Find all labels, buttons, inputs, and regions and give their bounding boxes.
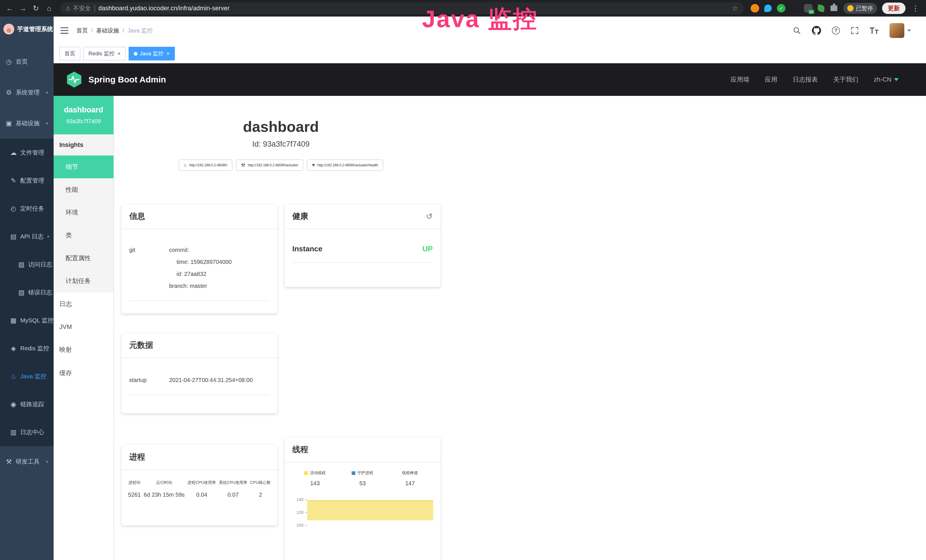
sidebar-item-label: 定时任务: [20, 204, 44, 212]
instance-id: Id: 93a3fc7f7409: [121, 140, 440, 148]
main-area: 首页 / 基础设施 / Java 监控 ?: [54, 17, 926, 560]
close-icon[interactable]: ×: [118, 50, 121, 57]
github-icon[interactable]: [812, 26, 821, 35]
sba-nav-applications[interactable]: 应用: [765, 75, 778, 84]
sba-body: dashboard 93a3fc7f7409 Insights 细节 性能 环境…: [54, 96, 926, 560]
user-menu[interactable]: [890, 23, 911, 38]
sba-sidebar-item-environment[interactable]: 环境: [54, 201, 113, 224]
close-icon[interactable]: ×: [166, 50, 169, 57]
stat-value: 0.07: [219, 492, 248, 498]
extension-icon[interactable]: [764, 5, 772, 12]
spring-boot-admin-logo-icon[interactable]: [66, 71, 82, 88]
sidebar-item-label: 文件管理: [20, 148, 44, 157]
sba-sidebar-item-mappings[interactable]: 映射: [54, 338, 113, 362]
status-badge: UP: [422, 244, 433, 253]
extension-icon[interactable]: ✓: [777, 4, 785, 12]
sba-nav-about[interactable]: 关于我们: [833, 75, 858, 84]
sba-nav-wallboard[interactable]: 应用墙: [731, 75, 749, 84]
breadcrumb-home[interactable]: 首页: [76, 27, 88, 35]
back-icon[interactable]: ←: [4, 3, 15, 14]
sidebar-item-scheduled-jobs[interactable]: ◴ 定时任务: [0, 195, 54, 222]
info-line: id: 27aa832: [169, 268, 232, 280]
extension-icon[interactable]: [817, 4, 825, 12]
annotation-java-monitor: Java 监控: [422, 3, 538, 35]
insights-group: Insights 细节 性能 环境 类 配置属性 计划任务: [54, 135, 113, 292]
process-card-title: 进程: [121, 445, 277, 470]
legend-label: 线程峰值: [402, 471, 418, 475]
sidebar-item-mysql-monitor[interactable]: ▦ MySQL 监控: [0, 306, 54, 334]
locale-selector[interactable]: zh-CN: [874, 76, 899, 83]
sidebar-item-config-management[interactable]: ✎ 配置管理: [0, 166, 54, 195]
sidebar-item-label: MySQL 监控: [20, 316, 54, 324]
sidebar-item-tracing[interactable]: ◉ 链路追踪: [0, 390, 54, 418]
health-key: Instance: [292, 244, 322, 253]
sidebar-item-java-monitor[interactable]: ♨ Java 监控: [0, 362, 54, 390]
instance-health-link[interactable]: ♥ http://192.168.0.2:48080/actuator/heal…: [307, 159, 383, 171]
font-size-icon[interactable]: [870, 27, 879, 34]
bookmark-star-icon[interactable]: ☆: [732, 4, 738, 12]
sba-sidebar-item-logs[interactable]: 日志: [54, 292, 113, 316]
paused-extension-pill[interactable]: 已暂停: [843, 3, 877, 14]
clock-icon: ◴: [10, 205, 17, 212]
sba-sidebar-item-classes[interactable]: 类: [54, 224, 113, 247]
health-card-title: 健康 ↺: [284, 204, 440, 229]
hamburger-icon[interactable]: [61, 27, 68, 34]
forward-icon[interactable]: →: [17, 3, 29, 14]
instance-actuator-link[interactable]: ⚒ http://192.168.0.2:48080/actuator: [236, 159, 303, 171]
stat-pid: 进程ID 5261: [128, 480, 141, 498]
stat-header: 运行时间: [144, 480, 185, 485]
avatar: [890, 23, 904, 38]
sba-sidebar-item-caches[interactable]: 缓存: [54, 362, 113, 385]
sba-navbar: Spring Boot Admin 应用墙 应用 日志报表 关于我们 zh-CN: [54, 64, 926, 96]
metadata-value: 2021-04-27T00:44:31.254+08:00: [169, 374, 253, 386]
sidebar-item-redis-monitor[interactable]: ◈ Redis 监控: [0, 334, 54, 362]
sidebar-menu: ◷ 首页 ⚙ 系统管理 ∨ ▣ 基础设施 ∧ ☁ 文件管理 ✎ 配置管: [0, 42, 54, 477]
extension-icon[interactable]: on: [804, 4, 813, 12]
sba-sidebar-item-configprops[interactable]: 配置属性: [54, 247, 113, 269]
extension-icon[interactable]: [791, 4, 799, 12]
sidebar-item-infra[interactable]: ▣ 基础设施 ∧: [0, 108, 54, 139]
card-title: 进程: [129, 452, 145, 462]
sba-brand[interactable]: Spring Boot Admin: [88, 75, 166, 85]
sidebar-item-home[interactable]: ◷ 首页: [0, 46, 54, 77]
instance-home-link[interactable]: ⌂ http://192.168.0.2:48080/: [179, 159, 232, 171]
app-logo[interactable]: 芋道管理系统: [0, 17, 54, 42]
help-icon[interactable]: ?: [832, 27, 840, 35]
reload-icon[interactable]: ↻: [30, 3, 42, 14]
sidebar-item-devtools[interactable]: ⚒ 研发工具 ∨: [0, 446, 54, 477]
tab-java-monitor[interactable]: Java 监控 ×: [129, 47, 175, 61]
link-label: http://192.168.0.2:48080/actuator: [248, 163, 298, 167]
chrome-update-button[interactable]: 更新: [882, 3, 905, 14]
tab-redis-monitor[interactable]: Redis 监控 ×: [83, 47, 126, 61]
sba-sidebar-item-metrics[interactable]: 性能: [54, 178, 113, 201]
search-icon[interactable]: [793, 26, 801, 35]
sidebar-item-api-logs[interactable]: ▤ API 日志 ∧: [0, 222, 54, 250]
history-icon[interactable]: ↺: [426, 212, 433, 221]
sidebar-item-file-management[interactable]: ☁ 文件管理: [0, 139, 54, 166]
url-text[interactable]: dashboard.yudao.iocoder.cn/infra/admin-s…: [98, 5, 729, 12]
sba-sidebar-item-details[interactable]: 细节: [54, 156, 113, 178]
browser-home-icon[interactable]: ⌂: [43, 3, 55, 14]
card-title: 元数据: [129, 340, 153, 351]
address-bar[interactable]: ⚠ 不安全 dashboard.yudao.iocoder.cn/infra/a…: [60, 2, 744, 14]
extension-icon[interactable]: [750, 4, 759, 12]
info-line: commit:: [169, 244, 232, 256]
sidebar-item-system[interactable]: ⚙ 系统管理 ∨: [0, 77, 54, 108]
sba-nav-journal[interactable]: 日志报表: [793, 75, 818, 84]
extensions-puzzle-icon[interactable]: [830, 4, 838, 12]
fullscreen-icon[interactable]: [851, 27, 859, 35]
sidebar-item-log-center[interactable]: ▥ 日志中心: [0, 418, 54, 446]
stat-process-cpu: 进程CPU使用率 0.04: [188, 480, 216, 498]
sba-sidebar-item-jvm[interactable]: JVM: [54, 316, 113, 338]
instance-header[interactable]: dashboard 93a3fc7f7409: [54, 96, 113, 135]
sidebar-item-access-logs[interactable]: ▧ 访问日志: [0, 250, 54, 278]
security-chip[interactable]: ⚠ 不安全: [66, 4, 91, 12]
chrome-menu-icon[interactable]: ⋮: [911, 4, 920, 13]
sba-sidebar-item-scheduled-tasks[interactable]: 计划任务: [54, 269, 113, 292]
tab-home[interactable]: 首页: [59, 47, 80, 61]
chevron-down-icon: [907, 29, 911, 32]
sidebar-item-error-logs[interactable]: ▨ 错误日志: [0, 278, 54, 306]
cards-column-right: 健康 ↺ Instance UP: [284, 204, 440, 560]
stat-system-cpu: 系统CPU使用率 0.07: [219, 480, 248, 498]
breadcrumb-infra[interactable]: 基础设施: [96, 27, 119, 35]
